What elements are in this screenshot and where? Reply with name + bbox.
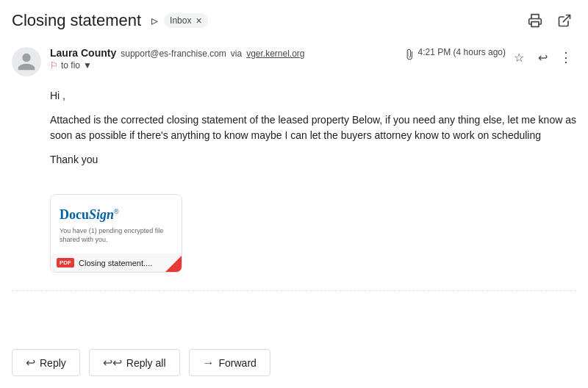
reply-all-button[interactable]: ↩↩ Reply all — [89, 349, 180, 376]
forward-icon: → — [203, 356, 215, 370]
greeting: Hi , — [50, 88, 576, 104]
closing: Thank you — [50, 152, 576, 168]
open-new-window-button[interactable] — [553, 9, 576, 32]
sender-row-right: 4:21 PM (4 hours ago) ☆ ↩ ⋮ — [404, 47, 576, 68]
inbox-label: Inbox — [170, 15, 191, 26]
to-dropdown-button[interactable]: ▼ — [83, 60, 92, 71]
divider — [12, 290, 576, 291]
sender-to-row: ⚐ to fio ▼ — [50, 60, 395, 71]
more-options-button[interactable]: ⋮ — [556, 47, 576, 68]
reply-button[interactable]: ↩ Reply — [12, 349, 80, 376]
inbox-close-button[interactable]: × — [196, 15, 201, 26]
via-text: via — [231, 48, 242, 59]
docusign-subtitle: You have (1) pending encrypted file shar… — [60, 227, 173, 244]
body-paragraph: Attached is the corrected closing statem… — [50, 112, 576, 143]
svg-line-1 — [563, 15, 570, 22]
reply-all-icon: ↩↩ — [103, 356, 122, 370]
inbox-badge[interactable]: Inbox × — [164, 13, 208, 28]
forward-label: Forward — [219, 357, 257, 369]
open-external-icon — [557, 13, 572, 28]
pdf-badge: PDF — [57, 258, 74, 267]
reply-all-label: Reply all — [126, 357, 166, 369]
reply-quick-icon: ↩ — [538, 51, 548, 65]
sender-avatar — [12, 47, 41, 76]
docusign-sign: Sign — [89, 207, 114, 222]
attachment-card[interactable]: DocuSign® You have (1) pending encrypted… — [50, 194, 182, 273]
subject-arrow-icon: ▹ — [151, 12, 158, 29]
print-button[interactable] — [523, 9, 547, 32]
sender-email: support@es-franchise.com — [121, 48, 226, 59]
email-subject: Closing statement — [12, 11, 141, 30]
print-icon — [528, 13, 542, 28]
reply-quick-button[interactable]: ↩ — [532, 47, 553, 68]
reply-icon: ↩ — [26, 356, 35, 370]
attachment-clip-icon — [404, 48, 415, 60]
to-label: to fio — [61, 60, 80, 71]
flag-icon: ⚐ — [50, 60, 58, 71]
message-body: Hi , Attached is the corrected closing s… — [12, 82, 576, 182]
attachment-corner-decoration — [165, 256, 182, 272]
star-icon: ☆ — [514, 51, 524, 65]
attachment-preview: DocuSign® You have (1) pending encrypted… — [51, 195, 182, 254]
forward-button[interactable]: → Forward — [189, 349, 270, 376]
attachment-filename: Closing statement.... — [79, 259, 176, 267]
message-area: Laura County support@es-franchise.com vi… — [0, 38, 588, 340]
email-container: Closing statement ▹ Inbox × — [0, 0, 588, 388]
sender-row: Laura County support@es-franchise.com vi… — [12, 38, 576, 82]
star-button[interactable]: ☆ — [509, 47, 529, 68]
docusign-logo: DocuSign® — [60, 207, 119, 223]
docusign-docu: Docu — [60, 207, 89, 222]
sender-info: Laura County support@es-franchise.com vi… — [50, 47, 395, 71]
svg-rect-0 — [531, 22, 539, 27]
sender-via-domain: vger.kernel.org — [246, 48, 304, 59]
docusign-registered: ® — [114, 208, 119, 215]
sender-name: Laura County — [50, 47, 116, 59]
reply-bar: ↩ Reply ↩↩ Reply all → Forward — [0, 340, 588, 388]
attachments-section: DocuSign® You have (1) pending encrypted… — [12, 182, 576, 284]
email-header: Closing statement ▹ Inbox × — [0, 0, 588, 38]
header-icons — [523, 9, 576, 32]
sender-name-row: Laura County support@es-franchise.com vi… — [50, 47, 395, 59]
more-vert-icon: ⋮ — [559, 49, 573, 65]
person-icon — [16, 51, 37, 72]
attachment-footer: PDF Closing statement.... — [51, 254, 182, 272]
reply-label: Reply — [40, 357, 66, 369]
message-time: 4:21 PM (4 hours ago) — [418, 47, 506, 57]
